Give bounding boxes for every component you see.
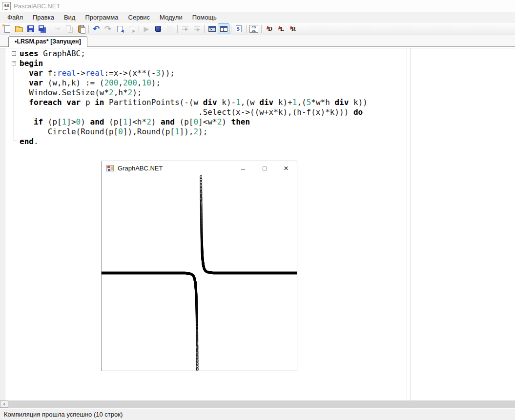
- graphabc-window-title: GraphABC.NET: [118, 165, 232, 172]
- view-dotnet-r-button[interactable]: R: [287, 23, 298, 34]
- horizontal-scrollbar[interactable]: ‹: [0, 400, 515, 408]
- prev-position-button[interactable]: [114, 23, 125, 34]
- prev-position-icon: [117, 26, 123, 32]
- code-line[interactable]: var (w,h,k) := (200,200,10);: [0, 78, 407, 88]
- copy-icon: [66, 25, 71, 31]
- pane-splitter[interactable]: [407, 48, 407, 400]
- fold-collapse-icon[interactable]: [12, 51, 16, 56]
- undo-button[interactable]: [90, 23, 102, 34]
- toolbar-separator: [177, 25, 178, 33]
- open-file-icon: [15, 27, 23, 32]
- code-line[interactable]: begin: [0, 59, 407, 68]
- view-dotnet-r-icon: R: [288, 25, 297, 33]
- menu-modules[interactable]: Модули: [155, 12, 187, 22]
- minimize-button[interactable]: –: [232, 161, 254, 175]
- maximize-button[interactable]: □: [254, 161, 275, 175]
- stop-icon: [155, 26, 161, 32]
- new-file-icon: [4, 25, 10, 33]
- function-plot-canvas: [102, 175, 297, 371]
- format-code-button[interactable]: [179, 23, 191, 34]
- menu-service[interactable]: Сервис: [124, 12, 155, 22]
- stop-button[interactable]: [152, 23, 164, 34]
- view-dotnet-d-button[interactable]: D: [263, 23, 275, 34]
- app-title: PascalABC.NET: [14, 2, 60, 10]
- save-all-button[interactable]: [37, 23, 48, 34]
- scroll-left-button[interactable]: ‹: [0, 400, 8, 408]
- toolbar-separator: [261, 25, 262, 33]
- console-window-icon: [208, 26, 216, 32]
- code-line[interactable]: if (p[1]>0) and (p[1]<h*2) and (p[0]<w*2…: [0, 117, 407, 127]
- statusbar: Компиляция прошла успешно (10 строк): [0, 409, 515, 420]
- code-view-icon: CO DE: [249, 25, 258, 33]
- view-dotnet-l-button[interactable]: L: [275, 23, 287, 34]
- form-designer-icon: [220, 26, 227, 32]
- winforms-app-icon: [106, 165, 114, 171]
- console-window-button[interactable]: [206, 23, 218, 34]
- menu-program[interactable]: Программа: [80, 12, 123, 22]
- next-position-button[interactable]: [125, 23, 137, 34]
- redo-button[interactable]: [102, 23, 114, 34]
- cut-icon: [55, 24, 61, 34]
- code-line[interactable]: var f:real->real:=x->(x**(-3));: [0, 68, 407, 78]
- menubar: ФайлПравкаВидПрограммаСервисМодулиПомощь: [0, 12, 515, 23]
- code-line[interactable]: Circle(Round(p[0]),Round(p[1]),2);: [0, 127, 407, 137]
- fold-collapse-icon[interactable]: [12, 61, 16, 65]
- toolbar-separator: [204, 25, 205, 33]
- app-titlebar[interactable]: AB .net PascalABC.NET: [0, 0, 515, 12]
- form-designer-button[interactable]: [218, 23, 229, 34]
- code-line[interactable]: Window.SetSize(w*2,h*2);: [0, 88, 407, 98]
- run-no-debug-icon: [167, 26, 173, 32]
- view-dotnet-l-icon: L: [276, 25, 285, 33]
- code-line[interactable]: foreach var p in PartitionPoints(-(w div…: [0, 98, 407, 107]
- menu-help[interactable]: Помощь: [187, 12, 222, 22]
- properties-icon: [236, 25, 242, 32]
- code-view-button[interactable]: CO DE: [248, 23, 260, 34]
- open-file-button[interactable]: [13, 23, 25, 34]
- tab-strip: •LRSM.pas* [Запущен]: [0, 35, 515, 47]
- properties-button[interactable]: [233, 23, 245, 34]
- copy-button[interactable]: [63, 23, 75, 34]
- menu-edit[interactable]: Правка: [28, 12, 59, 22]
- toolbar-separator: [50, 25, 50, 33]
- toolbar-separator: [231, 25, 231, 33]
- view-dotnet-d-icon: D: [265, 25, 273, 33]
- compile-status-text: Компиляция прошла успешно (10 строк): [4, 411, 123, 418]
- run-button[interactable]: [141, 23, 152, 34]
- next-position-icon: [129, 26, 134, 32]
- format-selection-icon: [194, 26, 200, 32]
- cut-button[interactable]: [52, 23, 63, 34]
- save-all-icon: [39, 25, 44, 31]
- code-line[interactable]: end.: [0, 137, 407, 147]
- toolbar-separator: [139, 25, 139, 33]
- toolbar-separator: [246, 25, 247, 33]
- graphabc-window: GraphABC.NET – □ ×: [101, 161, 297, 371]
- tab-label: •LRSM.pas* [Запущен]: [15, 38, 81, 45]
- graphabc-titlebar[interactable]: GraphABC.NET – □ ×: [102, 161, 297, 175]
- undo-icon: [93, 24, 100, 34]
- pane-splitter[interactable]: [410, 48, 411, 400]
- code-line[interactable]: .Select(x->((w+x*k),(h-f(x)*k))) do: [0, 107, 407, 117]
- fold-guide-line: [14, 66, 17, 141]
- run-icon: [144, 24, 149, 34]
- paste-icon: [78, 25, 84, 33]
- toolbar-separator: [88, 25, 89, 33]
- save-file-icon: [27, 25, 34, 32]
- toolbar: CO DEDLR: [0, 23, 515, 35]
- code-area[interactable]: uses GraphABC;begin var f:real->real:=x-…: [0, 49, 407, 147]
- tab-lrsm-pas[interactable]: •LRSM.pas* [Запущен]: [8, 36, 87, 47]
- new-file-button[interactable]: [1, 23, 13, 34]
- menu-file[interactable]: Файл: [2, 12, 28, 22]
- paste-button[interactable]: [75, 23, 87, 34]
- close-button[interactable]: ×: [275, 161, 297, 175]
- menu-view[interactable]: Вид: [59, 12, 81, 22]
- redo-icon: [104, 24, 111, 34]
- code-line[interactable]: uses GraphABC;: [0, 49, 407, 59]
- format-code-icon: [182, 26, 188, 32]
- pascalabc-logo-icon: AB .net: [2, 2, 11, 10]
- save-file-button[interactable]: [25, 23, 37, 34]
- run-no-debug-button[interactable]: [164, 23, 176, 34]
- format-selection-button[interactable]: [191, 23, 203, 34]
